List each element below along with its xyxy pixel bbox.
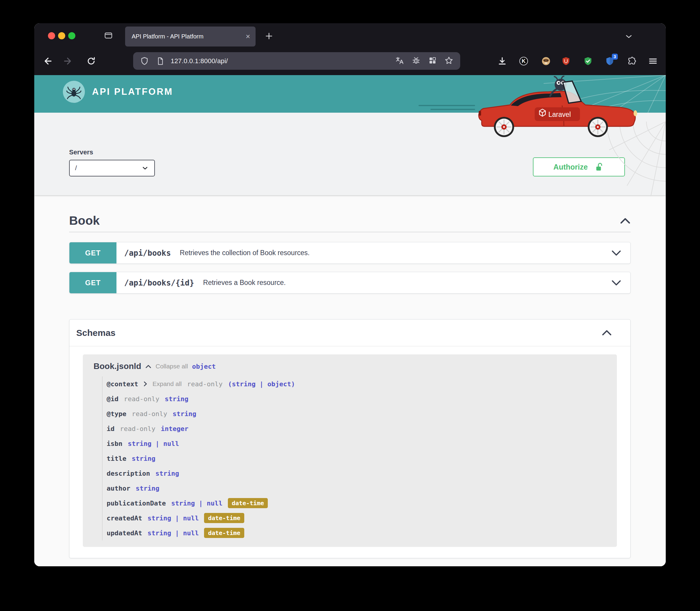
tab-close-icon[interactable]: × (240, 32, 256, 41)
property-type: (string | object) (228, 380, 295, 388)
browser-tab[interactable]: API Platform - API Platform × (125, 27, 256, 46)
property-row: author string (107, 481, 606, 496)
page-info-icon[interactable] (156, 57, 165, 65)
forward-button[interactable] (63, 56, 73, 66)
firefox-view-icon[interactable] (104, 31, 113, 41)
expand-operation-chevron-icon[interactable] (611, 250, 621, 256)
tracking-protection-shield-icon[interactable] (140, 56, 149, 66)
server-select[interactable]: / (69, 160, 155, 176)
svg-text:K: K (522, 58, 526, 64)
property-row: @type read-only string (107, 406, 606, 421)
schemas-title: Schemas (76, 328, 116, 338)
property-type: string | null (128, 440, 179, 447)
unlocked-padlock-icon (594, 162, 604, 172)
maximize-window-button[interactable] (68, 32, 75, 39)
extensions-puzzle-icon[interactable] (626, 56, 637, 66)
containers-grid-icon[interactable] (428, 56, 437, 66)
speed-line (419, 105, 475, 106)
property-name: publicationDate (107, 500, 166, 507)
extension-badge-count: 3 (612, 54, 618, 60)
property-row: title string (107, 451, 606, 466)
collapse-all-button[interactable]: Collapse all (155, 363, 188, 370)
downloads-icon[interactable] (497, 56, 507, 66)
expand-operation-chevron-icon[interactable] (611, 280, 621, 286)
new-tab-button[interactable] (264, 31, 274, 42)
property-type: string | null (148, 529, 199, 537)
property-name: id (107, 425, 115, 432)
property-row: id read-only integer (107, 421, 606, 436)
property-row-context: @context Expand all read-only (string | … (107, 376, 606, 391)
brand-title: API PLATFORM (92, 87, 173, 97)
bookmark-star-icon[interactable] (444, 56, 454, 66)
property-type: integer (161, 425, 188, 432)
property-row: createdAt string | null date-time (107, 510, 606, 525)
property-readonly: read-only (187, 380, 223, 388)
schemas-header[interactable]: Schemas (70, 319, 630, 346)
collapse-section-chevron-icon[interactable] (620, 218, 630, 224)
property-format-badge: date-time (204, 528, 244, 538)
swagger-content: Book GET /api/books Retrieves the collec… (34, 195, 666, 558)
close-window-button[interactable] (48, 32, 55, 39)
badger-extension-icon[interactable] (541, 56, 551, 66)
url-bar[interactable]: 127.0.0.1:8000/api/ (133, 52, 460, 70)
browser-window: API Platform - API Platform × 127. (34, 23, 666, 566)
property-name: author (107, 485, 130, 492)
ublock-extension-icon[interactable] (561, 56, 571, 66)
tag-title: Book (69, 214, 100, 228)
tab-strip: API Platform - API Platform × (34, 23, 666, 47)
translate-icon[interactable] (395, 56, 404, 66)
property-format-badge: date-time (204, 513, 244, 523)
front-wheel (588, 117, 608, 137)
model-type: object (192, 363, 216, 370)
servers-label: Servers (69, 148, 93, 156)
green-shield-extension-icon[interactable] (583, 56, 593, 66)
opblock-get-books[interactable]: GET /api/books Retrieves the collection … (69, 242, 630, 264)
property-type: string (155, 470, 179, 477)
model-box-book-jsonld: Book.jsonld Collapse all object @context (83, 354, 617, 547)
property-readonly: read-only (120, 425, 155, 432)
laravel-car-illustration: Laravel (473, 76, 640, 141)
api-platform-spider-logo (63, 81, 85, 103)
property-row: @id read-only string (107, 391, 606, 406)
model-name[interactable]: Book.jsonld (93, 361, 141, 371)
property-type: string (136, 485, 159, 492)
method-badge: GET (70, 272, 117, 293)
property-name: description (107, 470, 150, 477)
operation-path: /api/books/{id} (124, 278, 194, 287)
minimize-window-button[interactable] (58, 32, 65, 39)
property-name: updatedAt (107, 529, 142, 537)
property-row: isbn string | null (107, 436, 606, 451)
property-row: publicationDate string | null date-time (107, 496, 606, 510)
operation-path: /api/books (124, 249, 171, 257)
select-chevron-icon (141, 164, 149, 172)
authorize-button[interactable]: Authorize (533, 158, 625, 176)
collapse-model-chevron-icon[interactable] (146, 364, 151, 368)
browser-toolbar: 127.0.0.1:8000/api/ K (34, 47, 666, 75)
kagi-extension-icon[interactable]: K (519, 56, 529, 66)
collapse-schemas-chevron-icon[interactable] (602, 330, 612, 336)
rear-wheel (494, 117, 514, 137)
expand-property-chevron-icon[interactable] (143, 381, 147, 387)
opblock-get-book-by-id[interactable]: GET /api/books/{id} Retrieves a Book res… (69, 272, 630, 294)
section-divider (69, 232, 630, 232)
property-name: title (107, 455, 126, 462)
url-text[interactable]: 127.0.0.1:8000/api/ (171, 57, 395, 65)
svg-text:Laravel: Laravel (548, 110, 571, 118)
tab-list-chevron-icon[interactable] (624, 32, 634, 42)
reload-button[interactable] (86, 56, 96, 66)
property-readonly: read-only (124, 395, 159, 403)
expand-all-button[interactable]: Expand all (153, 380, 182, 387)
method-badge: GET (70, 242, 117, 264)
blue-shield-extension-icon[interactable]: 3 (605, 56, 615, 66)
back-button[interactable] (43, 56, 53, 66)
operation-description: Retrieves the collection of Book resourc… (180, 249, 611, 257)
property-name: isbn (107, 440, 122, 447)
bug-debug-icon[interactable] (411, 56, 421, 66)
model-properties: @context Expand all read-only (string | … (102, 376, 606, 540)
property-type: string (172, 410, 196, 418)
property-name: @context (107, 380, 138, 388)
property-name: createdAt (107, 515, 142, 522)
book-tag-section-header[interactable]: Book (69, 214, 630, 228)
property-type: string (132, 455, 155, 462)
menu-hamburger-icon[interactable] (648, 56, 658, 66)
